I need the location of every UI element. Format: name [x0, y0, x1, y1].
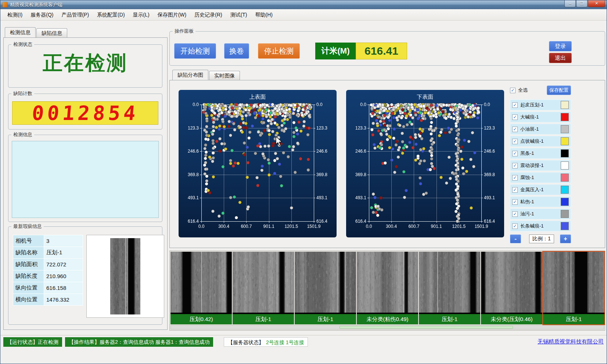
detect-status-group: 检测状态 正在检测 [8, 44, 162, 88]
checkbox[interactable] [512, 187, 518, 193]
legend-item[interactable]: 震动误报-1 [510, 160, 571, 171]
table-row: 纵向位置 616.158 [13, 282, 83, 294]
detect-info-group-title: 检测信息 [11, 132, 34, 138]
left-panel: 检测状态 正在检测 缺陷计数 0012854 检测信息 最新瑕疵信息 相机号 3… [3, 37, 168, 330]
table-row: 缺陷面积 722.072 [13, 259, 83, 270]
checkbox[interactable] [512, 102, 518, 108]
legend-label: 腐蚀-1 [520, 174, 534, 181]
start-detect-button[interactable]: 开始检测 [174, 43, 216, 59]
legend-item[interactable]: 黑条-1 [510, 148, 571, 159]
menu-server[interactable]: 服务器(Q) [26, 9, 57, 21]
table-cell-label: 缺陷长度 [13, 270, 44, 282]
legend-label: 点状碱痕-1 [520, 138, 544, 145]
table-cell-label: 相机号 [13, 235, 44, 247]
defect-count-group: 缺陷计数 0012854 [8, 94, 162, 130]
color-swatch [561, 125, 569, 133]
table-cell-label: 缺陷名称 [13, 247, 44, 259]
tab-live-image[interactable]: 实时图像 [209, 71, 240, 80]
checkbox[interactable] [512, 151, 518, 156]
defect-map-page: 全选 保存配置 起皮压划-1 大碱痕-1 小油斑-1 点状碱痕-1 黑条-1 震… [169, 80, 605, 248]
defect-thumbnail-selected[interactable]: 压划-1 [543, 252, 604, 324]
company-link[interactable]: 无锡精质视觉科技有限公司 [538, 338, 604, 345]
checkbox[interactable] [512, 114, 518, 120]
defect-image [481, 252, 542, 313]
legend-item[interactable]: 大碱痕-1 [510, 112, 571, 123]
defect-counter-display: 0012854 [12, 101, 158, 125]
meter-label: 计米(M) [315, 43, 356, 59]
defect-thumbnail[interactable]: 压划-1 [233, 252, 294, 324]
legend-item[interactable]: 起皮压划-1 [510, 99, 571, 110]
defect-thumbnail[interactable]: 压划-1 [295, 252, 356, 324]
checkbox[interactable] [512, 211, 518, 217]
defect-thumbnail[interactable]: 压划0.42) [170, 252, 232, 324]
tab-defect-info[interactable]: 缺陷信息 [36, 28, 67, 37]
legend-label: 黑条-1 [520, 150, 534, 157]
defect-thumbnail[interactable]: 未分类(压划0.46) [481, 252, 542, 324]
select-all-checkbox[interactable] [510, 88, 516, 93]
defect-thumbnail[interactable]: 压划-1 [419, 252, 480, 324]
latest-defect-image [110, 238, 140, 314]
zoom-out-button[interactable]: - [510, 234, 521, 243]
table-cell-value: 3 [44, 235, 83, 247]
server-status-label: 【服务器状态】 [228, 339, 264, 345]
change-roll-button[interactable]: 换卷 [224, 43, 249, 59]
legend-item[interactable]: 粘伤-1 [510, 196, 571, 207]
latest-defect-preview [86, 235, 164, 318]
color-swatch [561, 174, 569, 182]
menu-product[interactable]: 产品管理(P) [57, 9, 93, 21]
left-tabstrip: 检测信息 缺陷信息 [5, 28, 68, 37]
checkbox[interactable] [512, 127, 518, 132]
minimize-button[interactable]: – [564, 0, 576, 7]
menu-help[interactable]: 帮助(H) [251, 9, 277, 21]
checkbox[interactable] [512, 199, 518, 205]
menu-save-image[interactable]: 保存图片(W) [154, 9, 191, 21]
legend-item[interactable]: 油污-1 [510, 208, 571, 219]
checkbox[interactable] [512, 175, 518, 181]
run-status: 【运行状态】正在检测 [3, 337, 62, 347]
stop-detect-button[interactable]: 停止检测 [258, 43, 300, 59]
defect-thumbnail[interactable]: 未分类(粘伤0.49) [357, 252, 418, 324]
legend-item[interactable]: 腐蚀-1 [510, 172, 571, 183]
detect-info-textarea[interactable] [12, 141, 159, 218]
menu-history[interactable]: 历史记录(R) [190, 9, 226, 21]
legend-item[interactable]: 长条碱痕-1 [510, 221, 571, 232]
defect-image [357, 252, 418, 313]
tab-detect-info[interactable]: 检测信息 [5, 27, 36, 37]
table-row: 横向位置 1476.332 [13, 294, 83, 306]
zoom-in-button[interactable]: + [560, 234, 571, 243]
legend-item[interactable]: 点状碱痕-1 [510, 136, 571, 147]
logout-button[interactable]: 退出 [549, 53, 572, 63]
save-config-button[interactable]: 保存配置 [547, 85, 571, 95]
menu-sysconfig[interactable]: 系统配置(D) [93, 9, 129, 21]
menu-test[interactable]: 测试(T) [226, 9, 251, 21]
checkbox[interactable] [512, 163, 518, 168]
scatter-plot-upper-surface [179, 90, 337, 237]
legend-item[interactable]: 金属压入-1 [510, 184, 571, 195]
menu-display[interactable]: 显示(L) [129, 9, 154, 21]
table-cell-value: 压划-1 [44, 247, 83, 259]
maximize-button[interactable]: ❐ [576, 0, 588, 7]
login-button[interactable]: 登录 [549, 41, 572, 51]
horizontal-scrollbar[interactable] [170, 325, 604, 330]
table-cell-value: 1476.332 [44, 294, 83, 306]
checkbox[interactable] [512, 139, 518, 144]
legend-label: 金属压入-1 [520, 186, 544, 193]
defect-image [419, 252, 480, 313]
table-row: 缺陷名称 压划-1 [13, 247, 83, 259]
color-swatch [561, 161, 569, 170]
meter-value: 616.41 [356, 43, 407, 59]
tab-defect-map[interactable]: 缺陷分布图 [172, 70, 208, 80]
checkbox[interactable] [512, 223, 518, 229]
close-button[interactable]: ✕ [588, 0, 605, 7]
menu-detect[interactable]: 检测(I) [3, 9, 26, 21]
table-cell-label: 缺陷面积 [13, 259, 44, 270]
server-status: 【服务器状态】2号连接 1号连接 [224, 337, 308, 347]
defect-thumbnail-strip: 压划0.42) 压划-1 压划-1 未分类(粘伤0.49) 压划-1 未分类(压… [169, 251, 605, 331]
scrollbar-thumb[interactable] [340, 326, 513, 329]
color-swatch [561, 149, 569, 157]
color-swatch [561, 137, 569, 145]
legend-item[interactable]: 小油斑-1 [510, 124, 571, 135]
detect-info-group: 检测信息 [8, 135, 162, 222]
detect-status-group-title: 检测状态 [11, 41, 34, 47]
table-row: 相机号 3 [13, 235, 83, 247]
